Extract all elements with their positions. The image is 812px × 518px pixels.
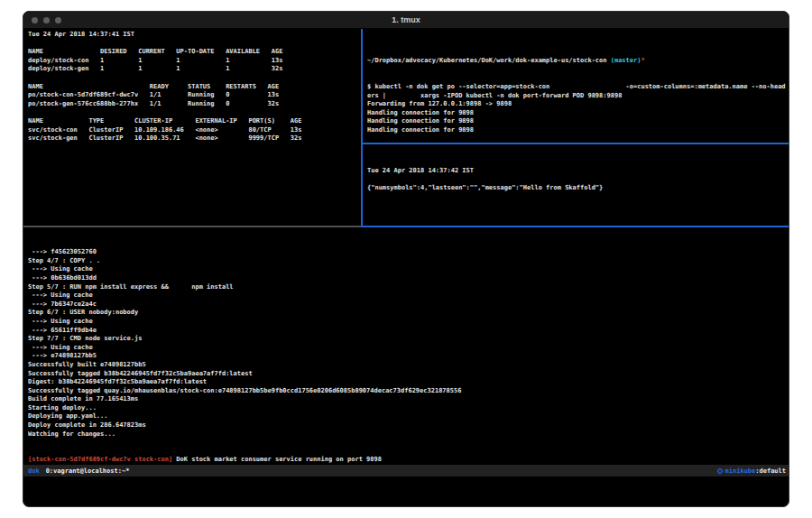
- docker-build-output: ---> f45623052760 Step 4/7 : COPY . . --…: [28, 248, 789, 439]
- git-branch-label: (master): [611, 57, 641, 64]
- tmux-status-bar: dok 0:vagrant@localhost:~* minikube :def…: [23, 465, 789, 476]
- pane-skaffold-build[interactable]: ---> f45623052760 Step 4/7 : COPY . . --…: [23, 227, 789, 465]
- pod-log-prefix: [stock-con-5d7df689cf-dwc7v stock-con]: [28, 456, 172, 463]
- window-title: 1. tmux: [23, 12, 789, 29]
- kube-context-name: minikube: [725, 467, 756, 475]
- pod-log-message: DoK stock market consumer service runnin…: [172, 456, 382, 463]
- shell-prompt-line: ~/Dropbox/advocacy/Kubernetes/DoK/work/d…: [367, 57, 789, 66]
- kube-context-icon: [717, 468, 723, 474]
- git-dirty-flag: *: [641, 57, 644, 64]
- pane-service-response[interactable]: Tue 24 Apr 2018 14:37:42 IST {"numsymbol…: [363, 144, 789, 226]
- window-label[interactable]: 0:vagrant@localhost:~*: [46, 467, 130, 475]
- window-titlebar[interactable]: 1. tmux: [23, 12, 789, 29]
- pane-port-forward[interactable]: ~/Dropbox/advocacy/Kubernetes/DoK/work/d…: [363, 29, 789, 143]
- tmux-content: Tue 24 Apr 2018 14:37:41 IST NAME DESIRE…: [23, 29, 789, 507]
- pane-kubectl-resources[interactable]: Tue 24 Apr 2018 14:37:41 IST NAME DESIRE…: [23, 29, 361, 226]
- port-forward-output: $ kubectl -n dok get po --selector=app=s…: [367, 83, 789, 135]
- kube-namespace: :default: [755, 467, 786, 475]
- cwd-path: ~/Dropbox/advocacy/Kubernetes/DoK/work/d…: [367, 57, 611, 64]
- session-name[interactable]: dok: [28, 467, 40, 475]
- service-response-output: Tue 24 Apr 2018 14:37:42 IST {"numsymbol…: [367, 167, 789, 193]
- terminal-window: 1. tmux Tue 24 Apr 2018 14:37:41 IST NAM…: [23, 11, 789, 507]
- pod-log-line: [stock-con-5d7df689cf-dwc7v stock-con] D…: [28, 456, 789, 465]
